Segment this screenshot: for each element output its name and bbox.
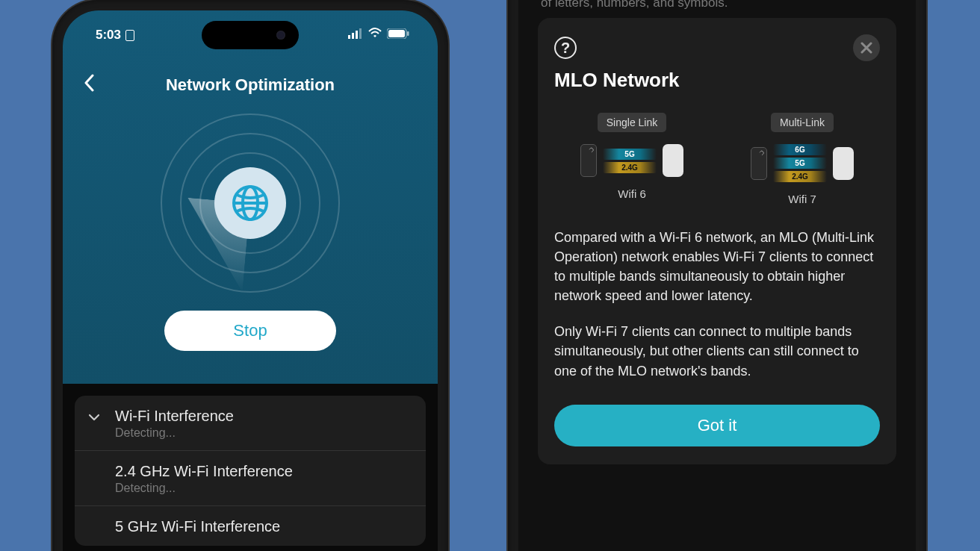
band-5g: 5G (603, 149, 657, 160)
battery-icon (387, 28, 409, 43)
phone-right: of letters, numbers, and symbols. ? MLO … (508, 0, 926, 551)
interference-list: Wi-Fi Interference Detecting... 2.4 GHz … (63, 384, 438, 546)
globe-icon (214, 167, 286, 239)
svg-rect-6 (407, 31, 409, 36)
stop-button[interactable]: Stop (164, 311, 336, 351)
list-item[interactable]: 2.4 GHz Wi-Fi Interference Detecting... (75, 451, 426, 506)
phone-device-icon (580, 144, 597, 177)
phone-right-screen: of letters, numbers, and symbols. ? MLO … (518, 0, 916, 551)
band-6g: 6G (773, 144, 827, 155)
band-2-4g: 2.4G (773, 171, 827, 182)
phone-device-icon (751, 147, 767, 180)
svg-rect-0 (348, 35, 350, 39)
list-item-status: Detecting... (115, 482, 412, 495)
optimization-panel: Network Optimization (63, 10, 438, 384)
mlo-diagram: Single Link 5G 2.4G Wifi 6 Multi-Lin (554, 113, 880, 205)
chevron-down-icon (88, 411, 100, 423)
wifi7-label: Wifi 7 (788, 193, 816, 205)
mlo-info-card: ? MLO Network Single Link 5G 2.4G (538, 18, 896, 464)
diagram-col-wifi7: Multi-Link 6G 5G 2.4G Wifi 7 (725, 113, 880, 205)
mlo-description-2: Only Wi-Fi 7 clients can connect to mult… (554, 322, 880, 380)
mlo-description-1: Compared with a Wi-Fi 6 network, an MLO … (554, 228, 880, 305)
got-it-button[interactable]: Got it (554, 405, 880, 446)
list-item-title: Wi-Fi Interference (115, 408, 412, 425)
svg-rect-2 (356, 31, 358, 39)
help-icon[interactable]: ? (554, 37, 577, 59)
list-item-title: 5 GHz Wi-Fi Interference (115, 518, 412, 535)
back-button[interactable] (84, 74, 94, 97)
phone-left: 5:03 Network Optimization (52, 0, 448, 551)
wifi-icon (368, 28, 382, 43)
radar-graphic (63, 113, 438, 293)
router-icon (833, 147, 854, 180)
list-item[interactable]: Wi-Fi Interference Detecting... (75, 396, 426, 451)
tag-single-link: Single Link (598, 113, 667, 132)
phone-left-screen: 5:03 Network Optimization (63, 10, 438, 551)
svg-rect-5 (388, 30, 405, 37)
list-item-status: Detecting... (115, 426, 412, 440)
cellular-signal-icon (348, 28, 363, 43)
nav-bar: Network Optimization (63, 70, 438, 100)
list-item-title: 2.4 GHz Wi-Fi Interference (115, 463, 412, 480)
dynamic-island (202, 21, 299, 49)
svg-rect-1 (352, 33, 354, 39)
mlo-title: MLO Network (554, 69, 880, 92)
band-2-4g: 2.4G (603, 162, 657, 173)
svg-rect-3 (359, 28, 362, 39)
list-item[interactable]: 5 GHz Wi-Fi Interference (75, 506, 426, 546)
router-icon (663, 144, 683, 177)
previous-section-hint: of letters, numbers, and symbols. (538, 0, 896, 10)
status-time: 5:03 (96, 28, 121, 43)
diagram-col-wifi6: Single Link 5G 2.4G Wifi 6 (554, 113, 710, 205)
page-title: Network Optimization (166, 75, 335, 95)
id-card-icon (125, 30, 134, 41)
tag-multi-link: Multi-Link (771, 113, 834, 132)
close-icon[interactable] (853, 34, 880, 61)
wifi6-label: Wifi 6 (618, 187, 646, 200)
band-5g: 5G (773, 158, 827, 169)
